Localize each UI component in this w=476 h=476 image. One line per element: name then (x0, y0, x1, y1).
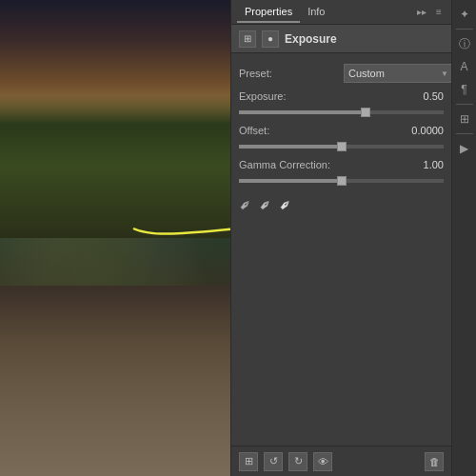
exposure-slider-track[interactable] (239, 110, 444, 114)
panel-tabs: Properties Info ▸▸ ≡ (231, 0, 451, 25)
side-tool-sep-2 (456, 104, 473, 105)
offset-label: Offset: (239, 125, 344, 136)
side-toolbar: ✦ ⓘ A ¶ ⊞ ▶ (451, 0, 476, 476)
offset-row: Offset: 0.0000 (231, 120, 451, 141)
exposure-slider-fill (239, 110, 366, 114)
main-container: Properties Info ▸▸ ≡ ⊞ ● Exposure Preset… (0, 0, 476, 476)
gamma-slider-thumb[interactable] (337, 176, 347, 186)
tools-row: ✒ ✒ ✒ (231, 188, 451, 222)
right-panel: Properties Info ▸▸ ≡ ⊞ ● Exposure Preset… (230, 0, 476, 476)
offset-slider-thumb[interactable] (337, 142, 347, 151)
layer-icon-btn[interactable]: ● (262, 30, 279, 48)
eyedropper-white-btn[interactable]: ✒ (274, 194, 296, 216)
footer-undo-btn[interactable]: ↺ (264, 452, 283, 471)
image-hills (0, 95, 230, 238)
footer-visibility-btn[interactable]: 👁 (313, 452, 332, 471)
exposure-slider-thumb[interactable] (361, 108, 370, 117)
footer-redo-btn[interactable]: ↻ (288, 452, 307, 471)
tab-properties[interactable]: Properties (237, 2, 300, 23)
gamma-value: 1.00 (344, 159, 444, 170)
exposure-row: Exposure: 0.50 (231, 86, 451, 107)
adjustment-icon-btn[interactable]: ⊞ (239, 30, 256, 48)
side-tool-play[interactable]: ▶ (454, 138, 475, 159)
offset-slider-row (231, 141, 451, 154)
panel-tab-buttons: ▸▸ ≡ (415, 6, 446, 19)
exposure-value: 0.50 (344, 90, 444, 102)
footer-add-btn[interactable]: ⊞ (239, 452, 258, 471)
preset-select[interactable]: Custom Default Darker Lighter Increase C… (344, 64, 451, 83)
image-rocks (0, 286, 230, 476)
exposure-slider-row (231, 107, 451, 120)
gamma-label: Gamma Correction: (239, 159, 344, 170)
side-tool-info[interactable]: ⓘ (454, 33, 475, 54)
panel-footer: ⊞ ↺ ↻ 👁 🗑 (231, 446, 451, 476)
side-tool-para[interactable]: ¶ (454, 79, 475, 100)
side-tool-star[interactable]: ✦ (454, 4, 475, 25)
side-tool-sep-3 (456, 133, 473, 134)
panel-content: Preset: Custom Default Darker Lighter In… (231, 53, 451, 446)
image-area (0, 0, 230, 476)
panel-title: Exposure (285, 32, 337, 46)
preset-select-wrapper: Custom Default Darker Lighter Increase C… (344, 64, 451, 83)
preset-row: Preset: Custom Default Darker Lighter In… (231, 61, 451, 86)
gamma-slider-row (231, 175, 451, 188)
eyedropper-black-btn[interactable]: ✒ (234, 194, 256, 216)
panel-expand-btn[interactable]: ▸▸ (415, 6, 428, 19)
exposure-label: Exposure: (239, 90, 344, 102)
side-tool-grid[interactable]: ⊞ (454, 109, 475, 129)
properties-panel: Properties Info ▸▸ ≡ ⊞ ● Exposure Preset… (230, 0, 451, 476)
gamma-slider-fill (239, 179, 342, 183)
offset-slider-fill (239, 145, 342, 149)
gamma-row: Gamma Correction: 1.00 (231, 154, 451, 175)
side-tool-sep-1 (456, 29, 473, 30)
preset-label: Preset: (239, 68, 344, 79)
tab-info[interactable]: Info (300, 2, 332, 23)
offset-value: 0.0000 (344, 125, 444, 136)
eyedropper-gray-btn[interactable]: ✒ (254, 194, 276, 216)
panel-menu-btn[interactable]: ≡ (432, 6, 446, 19)
gamma-slider-track[interactable] (239, 179, 444, 183)
side-tool-text[interactable]: A (454, 56, 475, 77)
offset-slider-track[interactable] (239, 145, 444, 149)
panel-subheader: ⊞ ● Exposure (231, 25, 451, 53)
footer-delete-btn[interactable]: 🗑 (425, 452, 444, 471)
